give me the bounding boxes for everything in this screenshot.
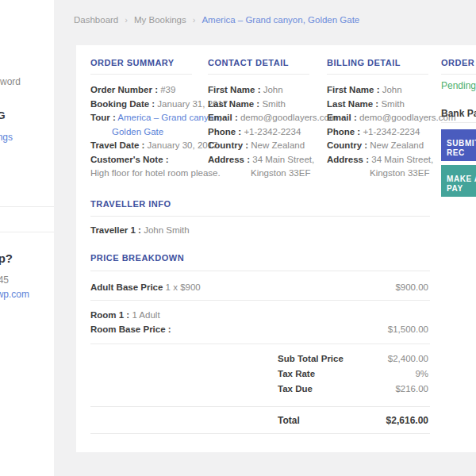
travel-date-label: Travel Date :	[90, 140, 144, 150]
billing-phone-row: Phone : +1-2342-2234	[327, 125, 438, 140]
contact-address-row-line2: Kingston 33EF	[208, 167, 325, 181]
adult-base-price-amount: $900.00	[395, 282, 428, 292]
contact-detail-section: First Name : John Last Name : Smith Emai…	[208, 83, 325, 181]
address-value: 34 Main Street,	[252, 155, 314, 164]
address-value: Kingston 33EF	[251, 168, 310, 178]
contact-last-name-row: Last Name : Smith	[208, 98, 325, 112]
order-summary-title: ORDER SUMMARY	[90, 58, 175, 67]
submit-receipt-button[interactable]: SUBMIT REC	[441, 129, 476, 161]
adult-base-price-label: Adult Base Price	[90, 282, 163, 292]
customer-note-value: High floor for hotel room please.	[90, 168, 221, 178]
phone-label: Phone :	[208, 127, 241, 136]
order-number-row: Order Number : #39	[90, 83, 205, 98]
section-underline	[208, 74, 309, 75]
order-detail-card: ORDER SUMMARY CONTACT DETAIL BILLING DET…	[76, 45, 476, 452]
last-name-value: Smith	[262, 99, 285, 109]
contact-email-row: Email : demo@goodlayers.com	[208, 111, 325, 125]
sidebar-phone-number: 45	[0, 274, 9, 286]
customer-note-label: Customer's Note :	[90, 155, 169, 164]
email-label: Email :	[208, 113, 238, 122]
section-underline	[441, 74, 476, 75]
sidebar-website-link[interactable]: urwp.com	[0, 289, 29, 300]
sidebar-item-my-bookings[interactable]: ings	[0, 132, 13, 143]
last-name-value: Smith	[381, 99, 404, 109]
customer-note-row: Customer's Note :	[90, 153, 205, 167]
total-value: $2,616.00	[386, 415, 428, 426]
contact-phone-row: Phone : +1-2342-2234	[208, 125, 325, 140]
last-name-label: Last Name :	[327, 99, 378, 109]
booking-date-label: Booking Date :	[90, 99, 155, 109]
sidebar-divider	[0, 232, 54, 232]
section-underline	[90, 74, 192, 75]
contact-address-row: Address : 34 Main Street,	[208, 153, 325, 167]
booking-date-row: Booking Date : January 31, 2017	[90, 98, 205, 112]
sidebar-divider	[0, 206, 54, 207]
make-payment-button-line1: MAKE A	[447, 175, 476, 185]
country-value: New Zealand	[251, 140, 305, 150]
room-base-price-label: Room Base Price :	[90, 324, 171, 334]
price-row-divider	[90, 300, 430, 301]
customer-note-text: High floor for hotel room please.	[90, 167, 205, 181]
tax-rate-label: Tax Rate	[278, 369, 315, 378]
order-status-badge: Pending	[441, 80, 476, 91]
adult-base-price-qty: 1 x $900	[166, 282, 201, 292]
tour-row: Tour : America – Grand canyon,	[90, 111, 205, 125]
room-occupancy: 1 Adult	[132, 310, 159, 320]
traveller-name: John Smith	[144, 225, 190, 235]
breadcrumb-separator-icon: ›	[193, 15, 196, 25]
billing-detail-title: BILLING DETAIL	[327, 58, 401, 67]
phone-label: Phone :	[327, 127, 360, 136]
tax-due-label: Tax Due	[278, 384, 313, 393]
breadcrumb: Dashboard › My Bookings › America – Gran…	[74, 15, 359, 25]
first-name-value: John	[382, 85, 402, 94]
tour-label: Tour :	[90, 113, 116, 122]
payment-method-label: Bank Payment	[441, 108, 476, 119]
total-label: Total	[278, 415, 300, 426]
breadcrumb-dashboard[interactable]: Dashboard	[74, 15, 118, 25]
traveller-label: Traveller 1 :	[90, 225, 141, 235]
bottom-divider	[90, 433, 430, 434]
tour-link[interactable]: America – Grand canyon,	[117, 113, 221, 122]
sub-total-value: $2,400.00	[388, 354, 428, 363]
traveller-info-underline	[90, 216, 430, 217]
sidebar-item-change-password[interactable]: ssword	[0, 76, 21, 87]
breadcrumb-separator-icon: ›	[125, 15, 128, 25]
total-divider	[90, 406, 430, 407]
traveller-info-title: TRAVELLER INFO	[90, 199, 171, 209]
country-value: New Zealand	[370, 140, 424, 150]
breadcrumb-my-bookings[interactable]: My Bookings	[134, 15, 186, 25]
address-label: Address :	[327, 155, 369, 164]
order-summary-section: Order Number : #39 Booking Date : Januar…	[90, 83, 205, 181]
contact-country-row: Country : New Zealand	[208, 139, 325, 153]
first-name-label: First Name :	[208, 85, 260, 94]
address-label: Address :	[208, 155, 250, 164]
price-row-divider	[90, 344, 430, 344]
billing-address-row-line2: Kingston 33EF	[327, 167, 438, 181]
tour-link[interactable]: Golden Gate	[112, 127, 163, 136]
submit-receipt-button-line2: REC	[447, 148, 476, 159]
room-row: Room 1 : 1 Adult	[90, 310, 428, 320]
make-payment-button[interactable]: MAKE A PAY	[441, 165, 476, 197]
order-number-label: Order Number :	[90, 85, 158, 94]
billing-country-row: Country : New Zealand	[327, 139, 438, 153]
breadcrumb-current-page: America – Grand canyon, Golden Gate	[202, 15, 359, 25]
billing-address-row: Address : 34 Main Street,	[327, 153, 438, 167]
country-label: Country :	[327, 140, 367, 150]
travel-date-row: Travel Date : January 30, 2017	[90, 139, 205, 153]
last-name-label: Last Name :	[208, 99, 259, 109]
traveller-row: Traveller 1 : John Smith	[90, 225, 428, 235]
section-underline	[327, 74, 428, 75]
email-label: Email :	[327, 113, 357, 122]
billing-email-row: Email : demo@goodlayers.com	[327, 111, 438, 125]
contact-detail-title: CONTACT DETAIL	[208, 58, 289, 67]
sidebar-help-heading: p?	[0, 251, 13, 265]
country-label: Country :	[208, 140, 248, 150]
tour-row-line2: Golden Gate	[90, 125, 205, 140]
billing-last-name-row: Last Name : Smith	[327, 98, 438, 112]
contact-first-name-row: First Name : John	[208, 83, 325, 98]
price-breakdown-underline	[90, 271, 430, 271]
room-base-price-amount: $1,500.00	[388, 324, 428, 334]
address-value: 34 Main Street,	[371, 155, 433, 164]
room-base-price-row: Room Base Price : $1,500.00	[90, 324, 428, 334]
price-breakdown-title: PRICE BREAKDOWN	[90, 253, 184, 263]
